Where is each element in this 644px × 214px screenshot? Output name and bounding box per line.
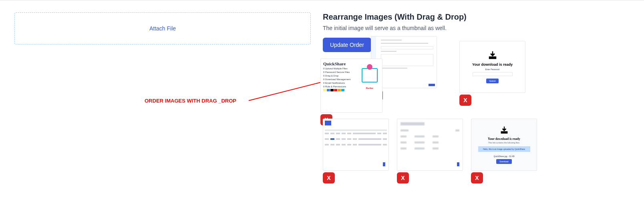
delete-button[interactable]: X <box>471 172 483 184</box>
flag-icons <box>323 89 360 91</box>
thumbnail-table[interactable] <box>323 119 389 171</box>
annotation-callout: ORDER IMAGES WITH DRAG _DROP <box>145 98 236 104</box>
download-banner: Hello, this is an image uploaded by Quic… <box>478 146 530 152</box>
perfex-brand: Perfex <box>366 87 373 89</box>
gallery-item[interactable]: Your download is ready This link contain… <box>471 119 537 184</box>
thumbnail-quickshare[interactable]: QuickShare 0 Upload Multiple Files 0 Pas… <box>320 59 382 113</box>
gallery-item[interactable]: QuickShare 0 Upload Multiple Files 0 Pas… <box>320 59 382 125</box>
submit-button-mock: Submit <box>486 79 499 83</box>
download-file-label: QuickShare.jpg - 31 KB <box>493 155 514 157</box>
attach-file-label: Attach File <box>149 25 176 32</box>
download-subtitle: This link contains the following files: <box>488 141 520 144</box>
rearrange-title: Rearrange Images (With Drag & Drop) <box>323 12 630 22</box>
download-title: Your download is ready <box>472 63 513 67</box>
quickshare-logo: QuickShare <box>323 61 360 66</box>
download-icon <box>500 126 509 136</box>
download-title: Your download is ready <box>488 137 520 141</box>
attach-file-dropzone[interactable]: Attach File <box>14 12 311 44</box>
password-input-mock <box>473 72 513 76</box>
download-button-mock: Download <box>496 159 511 164</box>
gallery-item[interactable]: X <box>323 119 389 184</box>
gallery-item[interactable]: Your download is ready Enter Password Su… <box>459 41 525 106</box>
gallery-item[interactable]: X <box>397 119 463 184</box>
thumbnail-blurred-table[interactable] <box>397 119 463 171</box>
thumbnail-download-ready[interactable]: Your download is ready Enter Password Su… <box>459 41 525 93</box>
thumbnail-download-ready-files[interactable]: Your download is ready This link contain… <box>471 119 537 171</box>
rearrange-subtitle: The initial image will serve as a thumbn… <box>323 25 630 31</box>
delete-button[interactable]: X <box>397 172 409 184</box>
download-icon <box>488 50 497 62</box>
delete-button[interactable]: X <box>323 172 335 184</box>
enter-password-label: Enter Password <box>485 68 499 71</box>
delete-button[interactable]: X <box>459 95 471 106</box>
computer-icon: Perfex <box>360 61 380 89</box>
